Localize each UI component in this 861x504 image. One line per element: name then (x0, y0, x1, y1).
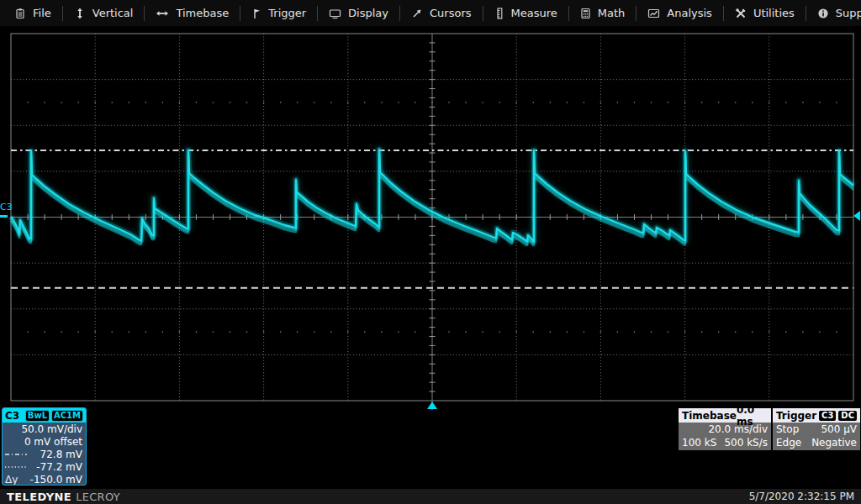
trigger-time-marker[interactable] (427, 402, 437, 409)
trigger-level: 500 µV (821, 423, 857, 435)
dashdot-line-icon (5, 453, 27, 456)
trigger-type: Edge (776, 437, 801, 449)
timebase-scale: 20.0 ms/div (708, 423, 768, 435)
file-icon (14, 8, 26, 19)
menu-item-vertical[interactable]: Vertical (63, 0, 145, 26)
menu-item-label: Display (348, 7, 388, 19)
channel-offset: 0 mV offset (24, 436, 82, 448)
channel-scale: 50.0 mV/div (21, 423, 82, 435)
channel-header: C3 BwLAC1M (3, 408, 86, 423)
menu-item-label: File (33, 7, 51, 19)
timebase-samples: 100 kS (682, 437, 716, 449)
brand-secondary: LECROY (76, 491, 120, 503)
cursor2-value: -77.2 mV (36, 461, 82, 473)
menu-item-label: Analysis (667, 7, 712, 19)
status-bar: TELEDYNE LECROY 5/7/2020 2:32:15 PM (0, 489, 861, 504)
channel-zero-marker[interactable]: C3 (0, 202, 13, 218)
channel-offset-row: 0 mV offset (5, 436, 82, 449)
svg-text:C3: C3 (0, 202, 13, 213)
menu-item-label: Timebase (176, 7, 229, 19)
timebase-descriptor-box[interactable]: Timebase 0.0 ms 20.0 ms/div 100 kS 500 k… (679, 408, 771, 450)
datetime: 5/7/2020 2:32:15 PM (749, 491, 854, 502)
menu-item-file[interactable]: File (3, 0, 62, 26)
trigger-descriptor-box[interactable]: Trigger C3 DC Stop 500 µV Edge Negative (773, 408, 860, 450)
channel-name: C3 (5, 410, 19, 422)
cursor1-row: 72.8 mV (5, 449, 82, 461)
menu-item-utilities[interactable]: Utilities (724, 0, 806, 26)
menu-item-display[interactable]: Display (318, 0, 399, 26)
trigger-mode-row: Stop 500 µV (776, 423, 857, 436)
measure-icon (494, 8, 504, 19)
trigger-source-badge: C3 (819, 411, 836, 421)
utilities-icon (735, 8, 747, 19)
timebase-body: 20.0 ms/div 100 kS 500 kS/s (679, 423, 771, 449)
analysis-icon (647, 8, 660, 19)
menu-item-cursors[interactable]: Cursors (400, 0, 483, 26)
trigger-slope: Negative (811, 437, 857, 449)
brand-primary: TELEDYNE (7, 491, 71, 503)
cursor2-row: -77.2 mV (5, 460, 82, 473)
menu-item-analysis[interactable]: Analysis (637, 0, 723, 26)
teledyne-lecroy-logo: TELEDYNE LECROY (7, 491, 120, 503)
display-icon (329, 8, 341, 19)
trigger-body: Stop 500 µV Edge Negative (773, 423, 860, 449)
timebase-icon (156, 8, 169, 19)
trigger-mode: Stop (776, 423, 799, 435)
menu-item-label: Vertical (92, 7, 134, 19)
channel-c3-descriptor-box[interactable]: C3 BwLAC1M 50.0 mV/div 0 mV offset 72.8 … (2, 407, 87, 486)
menu-item-label: Support (836, 7, 861, 19)
menu-item-support[interactable]: Support (806, 0, 861, 26)
channel-scale-row: 50.0 mV/div (5, 423, 82, 436)
trigger-level-marker[interactable] (853, 211, 860, 221)
trigger-header: Trigger C3 DC (773, 408, 860, 423)
trigger-coupling-badge: DC (838, 411, 857, 421)
timebase-sampling-row: 100 kS 500 kS/s (682, 436, 768, 449)
channel-badge-bwl: BwL (25, 410, 50, 422)
channel-badges: BwLAC1M (25, 410, 83, 422)
channel-body: 50.0 mV/div 0 mV offset 72.8 mV -77.2 mV… (3, 423, 86, 486)
menu-item-timebase[interactable]: Timebase (145, 0, 240, 26)
delta-y-label: Δy (5, 474, 18, 486)
menu-item-trigger[interactable]: Trigger (240, 0, 317, 26)
menu-item-label: Math (598, 7, 626, 19)
cursor1-value: 72.8 mV (40, 449, 82, 460)
menu-item-math[interactable]: Math (569, 0, 637, 26)
support-icon (817, 8, 829, 19)
timebase-title: Timebase (682, 410, 737, 422)
menu-item-label: Trigger (268, 7, 306, 19)
trigger-icon (251, 8, 261, 19)
trigger-title: Trigger (776, 410, 816, 422)
menu-item-label: Utilities (753, 7, 795, 19)
cursor-delta-value: -150.0 mV (30, 474, 82, 486)
menu-item-label: Measure (511, 7, 557, 19)
oscilloscope-app: { "menu": { "items": [ {"label":"File","… (0, 0, 861, 504)
menu-item-label: Cursors (430, 7, 472, 19)
channel-badge-ac1m: AC1M (51, 410, 83, 422)
cursor-delta-row: Δy -150.0 mV (5, 473, 82, 486)
graticule (11, 34, 853, 410)
timebase-rate: 500 kS/s (724, 437, 768, 449)
timebase-scale-row: 20.0 ms/div (682, 423, 768, 436)
menu-item-measure[interactable]: Measure (483, 0, 568, 26)
trigger-type-row: Edge Negative (776, 436, 857, 449)
dotted-line-icon (5, 465, 27, 469)
menu-bar: FileVerticalTimebaseTriggerDisplayCursor… (0, 0, 861, 26)
vertical-icon (74, 8, 86, 19)
trigger-badges: C3 DC (819, 411, 857, 421)
cursors-icon (411, 8, 423, 19)
timebase-header: Timebase 0.0 ms (679, 408, 771, 423)
math-icon (580, 8, 591, 19)
